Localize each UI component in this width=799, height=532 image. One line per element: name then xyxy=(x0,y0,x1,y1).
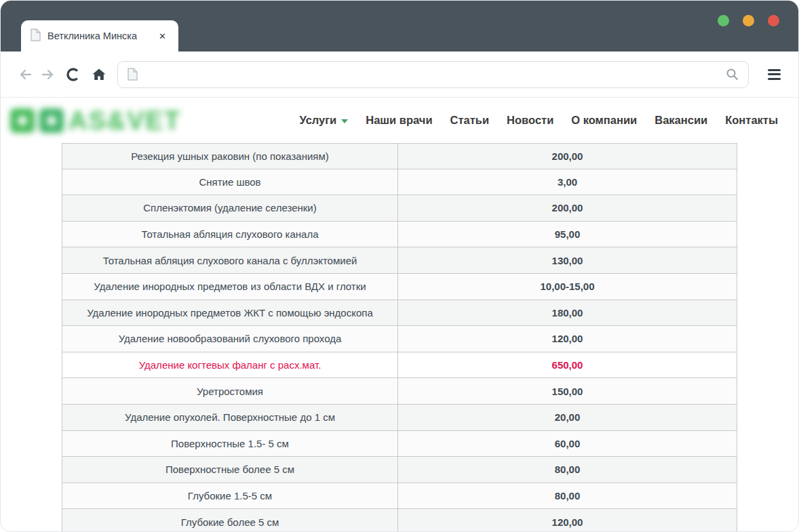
nav-item-label: Услуги xyxy=(299,114,336,127)
logo-text: AS&VET xyxy=(69,108,181,134)
table-row: Удаление инородных предметов ЖКТ с помощ… xyxy=(62,300,737,327)
price-cell: 130,00 xyxy=(398,247,737,273)
tab-close-icon[interactable]: ✕ xyxy=(156,30,169,43)
site-header: AS&VET УслугиНаши врачиСтатьиНовостиО ко… xyxy=(1,98,798,143)
table-row: Поверхностные 1.5- 5 см60,00 xyxy=(62,431,737,457)
service-cell: Удаление новообразований слухового прохо… xyxy=(62,326,398,352)
chevron-down-icon xyxy=(341,119,348,123)
nav-item-1[interactable]: Услуги xyxy=(299,114,348,127)
page-icon xyxy=(31,28,41,44)
service-cell: Удаление опухолей. Поверхностные до 1 см xyxy=(62,405,398,430)
nav-item-5[interactable]: О компании xyxy=(571,114,637,127)
service-cell: Поверхностные более 5 см xyxy=(62,457,398,483)
logo-mark-icon xyxy=(39,108,64,133)
service-cell: Глубокие 1.5-5 см xyxy=(62,483,398,509)
table-row: Тотальная абляция слухового канала с бул… xyxy=(62,247,737,274)
nav-item-label: Наши врачи xyxy=(366,114,432,127)
nav-item-3[interactable]: Статьи xyxy=(450,114,490,127)
nav-item-7[interactable]: Контакты xyxy=(725,114,778,127)
price-cell: 20,00 xyxy=(398,405,737,430)
table-row: Снятие швов3,00 xyxy=(62,169,737,196)
service-cell: Поверхностные 1.5- 5 см xyxy=(62,431,398,457)
page-icon xyxy=(128,68,138,83)
price-cell: 120,00 xyxy=(398,326,737,352)
browser-window: Ветклиника Минска ✕ xyxy=(0,0,799,532)
service-cell: Резекция ушных раковин (по показаниям) xyxy=(62,144,398,169)
service-cell: Снятие швов xyxy=(62,169,398,195)
service-cell: Тотальная абляция слухового канала с бул… xyxy=(62,247,398,273)
address-bar-input[interactable] xyxy=(117,61,749,88)
table-row: Глубокие 1.5-5 см80,00 xyxy=(62,483,737,510)
table-row: Удаление опухолей. Поверхностные до 1 см… xyxy=(62,405,737,431)
nav-item-6[interactable]: Вакансии xyxy=(655,114,707,127)
service-cell: Удаление когтевых фаланг с расх.мат. xyxy=(62,352,398,378)
logo-mark-icon xyxy=(10,108,35,133)
nav-item-label: Новости xyxy=(507,114,553,127)
nav-item-label: Вакансии xyxy=(655,114,707,127)
forward-button[interactable] xyxy=(37,64,58,85)
price-cell: 200,00 xyxy=(398,195,737,221)
table-row: Спленэктомия (удаление селезенки)200,00 xyxy=(62,195,737,222)
service-cell: Удаление инородных предметов из области … xyxy=(62,274,398,300)
site-nav: УслугиНаши врачиСтатьиНовостиО компанииВ… xyxy=(299,114,778,127)
price-cell: 95,00 xyxy=(398,222,737,247)
traffic-light-red[interactable] xyxy=(768,15,779,26)
price-cell: 200,00 xyxy=(398,144,737,169)
price-cell: 180,00 xyxy=(398,300,737,326)
tab-title: Ветклиника Минска xyxy=(47,30,137,41)
table-row: Удаление инородных предметов из области … xyxy=(62,274,737,300)
site-logo[interactable]: AS&VET xyxy=(10,108,181,134)
traffic-light-orange[interactable] xyxy=(743,15,754,26)
price-cell: 10,00-15,00 xyxy=(398,274,737,300)
menu-icon[interactable] xyxy=(765,66,783,83)
reload-button[interactable] xyxy=(63,64,83,85)
address-bar xyxy=(117,61,749,88)
table-row: Уретростомия150,00 xyxy=(62,378,737,405)
browser-toolbar xyxy=(1,52,798,98)
price-table: Резекция ушных раковин (по показаниям)20… xyxy=(62,143,737,532)
service-cell: Удаление инородных предметов ЖКТ с помощ… xyxy=(62,300,398,326)
service-cell: Спленэктомия (удаление селезенки) xyxy=(62,195,398,221)
window-controls xyxy=(718,15,779,26)
nav-item-label: Контакты xyxy=(725,114,778,127)
price-cell: 120,00 xyxy=(398,509,737,532)
price-cell: 80,00 xyxy=(398,457,737,483)
table-row: Удаление новообразований слухового прохо… xyxy=(62,326,737,352)
price-cell: 80,00 xyxy=(398,483,737,509)
table-row: Удаление когтевых фаланг с расх.мат.650,… xyxy=(62,352,737,379)
nav-item-label: Статьи xyxy=(450,114,490,127)
price-cell: 60,00 xyxy=(398,431,737,457)
table-row: Тотальная абляция слухового канала95,00 xyxy=(62,222,737,248)
search-icon[interactable] xyxy=(725,67,739,84)
home-button[interactable] xyxy=(89,64,109,85)
browser-titlebar: Ветклиника Минска ✕ xyxy=(1,1,798,52)
price-cell: 3,00 xyxy=(398,169,737,195)
service-cell: Тотальная абляция слухового канала xyxy=(62,222,398,247)
price-cell: 650,00 xyxy=(398,352,737,378)
nav-item-4[interactable]: Новости xyxy=(507,114,553,127)
table-row: Резекция ушных раковин (по показаниям)20… xyxy=(62,143,737,169)
price-cell: 150,00 xyxy=(398,378,737,404)
service-cell: Глубокие более 5 см xyxy=(62,509,398,532)
nav-item-2[interactable]: Наши врачи xyxy=(366,114,432,127)
traffic-light-green[interactable] xyxy=(718,15,729,26)
browser-tab[interactable]: Ветклиника Минска ✕ xyxy=(21,20,178,52)
nav-item-label: О компании xyxy=(571,114,637,127)
page-content: AS&VET УслугиНаши врачиСтатьиНовостиО ко… xyxy=(1,98,798,532)
back-button[interactable] xyxy=(16,64,36,85)
table-row: Глубокие более 5 см120,00 xyxy=(62,509,737,532)
table-row: Поверхностные более 5 см80,00 xyxy=(62,457,737,483)
service-cell: Уретростомия xyxy=(62,378,398,404)
